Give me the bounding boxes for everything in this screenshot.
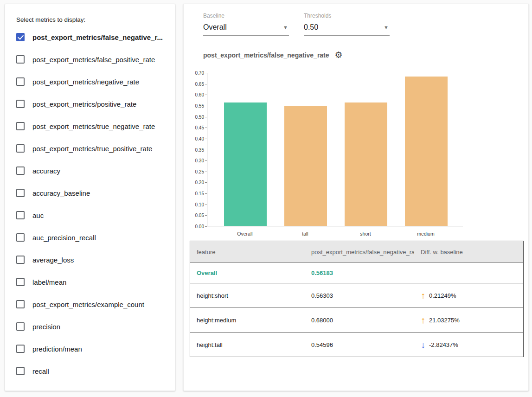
chart-plot bbox=[207, 73, 463, 226]
metric-list-item[interactable]: average_loss bbox=[5, 249, 175, 271]
metric-label: auc_precision_recall bbox=[32, 234, 96, 242]
metric-list-item[interactable]: accuracy_baseline bbox=[5, 182, 175, 204]
checkbox-unchecked-icon[interactable] bbox=[16, 77, 25, 86]
diff-value: 0.21249% bbox=[429, 292, 456, 299]
metrics-table: feature post_export_metrics/false_negati… bbox=[190, 241, 524, 357]
cell-metric-value: 0.54596 bbox=[305, 341, 414, 348]
arrow-down-icon: ↓ bbox=[421, 340, 425, 349]
y-axis-tick-mark bbox=[205, 128, 207, 128]
table-header-row: feature post_export_metrics/false_negati… bbox=[190, 241, 523, 263]
metrics-table-body: Overall0.56183height:short0.56303↑0.2124… bbox=[190, 263, 523, 357]
chevron-down-icon: ▼ bbox=[384, 25, 389, 30]
checkbox-unchecked-icon[interactable] bbox=[16, 322, 25, 331]
bar-medium[interactable] bbox=[405, 77, 448, 226]
metric-label: precision bbox=[32, 323, 60, 331]
metric-label: accuracy_baseline bbox=[32, 189, 90, 197]
metric-list-item[interactable]: post_export_metrics/example_count bbox=[5, 293, 175, 315]
cell-diff: ↓-2.82437% bbox=[414, 340, 524, 349]
checkbox-unchecked-icon[interactable] bbox=[16, 55, 25, 64]
metric-list-item[interactable]: post_export_metrics/true_negative_rate bbox=[5, 115, 175, 137]
checkbox-unchecked-icon[interactable] bbox=[16, 100, 25, 108]
metric-label: post_export_metrics/true_negative_rate bbox=[32, 122, 155, 130]
y-axis-tick-label: 0.55 bbox=[186, 103, 204, 109]
metric-label: auc bbox=[32, 211, 44, 219]
y-axis-tick-mark bbox=[205, 205, 207, 205]
chevron-down-icon: ▼ bbox=[283, 25, 288, 30]
baseline-value: Overall bbox=[203, 23, 227, 32]
metric-list: post_export_metrics/false_negative_r...p… bbox=[5, 26, 175, 382]
metric-list-item[interactable]: recall bbox=[5, 360, 175, 382]
thresholds-label: Thresholds bbox=[304, 13, 390, 22]
checkbox-unchecked-icon[interactable] bbox=[16, 233, 25, 242]
y-axis-tick-mark bbox=[205, 139, 207, 139]
metric-list-item[interactable]: auc_precision_recall bbox=[5, 226, 175, 249]
metric-select-title: Select metrics to display: bbox=[5, 4, 175, 26]
y-axis-tick-label: 0.50 bbox=[186, 115, 204, 120]
arrow-up-icon: ↑ bbox=[421, 291, 425, 300]
table-header-metric: post_export_metrics/false_negative_rat..… bbox=[305, 249, 414, 256]
checkbox-unchecked-icon[interactable] bbox=[16, 166, 25, 175]
y-axis-tick-label: 0.70 bbox=[186, 70, 204, 76]
baseline-select: Baseline Overall ▼ bbox=[203, 13, 289, 36]
bar-tall[interactable] bbox=[284, 106, 327, 226]
metric-list-item[interactable]: post_export_metrics/false_negative_r... bbox=[5, 26, 175, 48]
metric-label: post_export_metrics/true_positive_rate bbox=[32, 145, 152, 153]
gear-icon[interactable]: ⚙ bbox=[335, 51, 343, 59]
table-row[interactable]: height:short0.56303↑0.21249% bbox=[190, 283, 523, 307]
metric-list-item[interactable]: post_export_metrics/positive_rate bbox=[5, 93, 175, 115]
checkbox-unchecked-icon[interactable] bbox=[16, 367, 25, 375]
checkbox-unchecked-icon[interactable] bbox=[16, 278, 25, 286]
x-axis-tick-label: tall bbox=[282, 231, 328, 237]
cell-feature: height:tall bbox=[190, 341, 305, 348]
checkbox-checked-icon[interactable] bbox=[16, 33, 25, 41]
y-axis-tick-label: 0.40 bbox=[186, 136, 204, 141]
metric-label: label/mean bbox=[32, 278, 66, 286]
bar-short[interactable] bbox=[345, 102, 387, 226]
metric-label: post_export_metrics/positive_rate bbox=[32, 100, 136, 108]
checkbox-unchecked-icon[interactable] bbox=[16, 122, 25, 130]
metric-label: post_export_metrics/false_negative_r... bbox=[32, 33, 163, 41]
y-axis-tick-mark bbox=[205, 95, 207, 95]
metric-list-item[interactable]: auc bbox=[5, 204, 175, 226]
checkbox-unchecked-icon[interactable] bbox=[16, 300, 25, 308]
thresholds-dropdown[interactable]: 0.50 ▼ bbox=[304, 22, 390, 36]
table-header-diff: Diff. w. baseline bbox=[414, 249, 524, 256]
checkbox-unchecked-icon[interactable] bbox=[16, 144, 25, 153]
baseline-dropdown[interactable]: Overall ▼ bbox=[203, 22, 289, 36]
metric-list-item[interactable]: label/mean bbox=[5, 271, 175, 293]
y-axis-tick-mark bbox=[205, 106, 207, 106]
metric-label: post_export_metrics/example_count bbox=[32, 301, 144, 308]
x-axis-tick-label: medium bbox=[403, 231, 449, 237]
metric-list-item[interactable]: accuracy bbox=[5, 160, 175, 182]
y-axis-tick-label: 0.35 bbox=[186, 147, 204, 153]
diff-value: -2.82437% bbox=[429, 341, 458, 348]
table-header-feature: feature bbox=[190, 249, 305, 256]
checkbox-unchecked-icon[interactable] bbox=[16, 189, 25, 197]
table-row[interactable]: height:medium0.68000↑21.03275% bbox=[190, 307, 523, 332]
y-axis-tick-label: 0.65 bbox=[186, 82, 204, 87]
metric-list-item[interactable]: precision bbox=[5, 315, 175, 338]
bar-chart: 0.000.050.100.150.200.250.300.350.400.45… bbox=[184, 73, 529, 242]
cell-feature: Overall bbox=[190, 269, 305, 276]
metric-list-item[interactable]: post_export_metrics/false_positive_rate bbox=[5, 48, 175, 70]
cell-diff: ↑21.03275% bbox=[414, 315, 524, 325]
table-row[interactable]: Overall0.56183 bbox=[190, 263, 523, 283]
checkbox-unchecked-icon[interactable] bbox=[16, 211, 25, 219]
x-axis-tick-label: Overall bbox=[222, 231, 268, 237]
metric-list-item[interactable]: prediction/mean bbox=[5, 338, 175, 360]
y-axis-tick-label: 0.05 bbox=[186, 213, 204, 218]
chart-header: post_export_metrics/false_negative_rate … bbox=[203, 51, 343, 59]
y-axis-tick-mark bbox=[205, 182, 207, 183]
y-axis-tick-label: 0.30 bbox=[186, 158, 204, 163]
baseline-label: Baseline bbox=[203, 13, 289, 22]
cell-metric-value: 0.68000 bbox=[305, 317, 414, 324]
metric-list-item[interactable]: post_export_metrics/true_positive_rate bbox=[5, 137, 175, 160]
cell-metric-value: 0.56183 bbox=[305, 269, 414, 276]
checkbox-unchecked-icon[interactable] bbox=[16, 345, 25, 353]
checkbox-unchecked-icon[interactable] bbox=[16, 256, 25, 264]
table-row[interactable]: height:tall0.54596↓-2.82437% bbox=[190, 332, 523, 357]
y-axis-tick-label: 0.20 bbox=[186, 180, 204, 185]
metric-list-item[interactable]: post_export_metrics/negative_rate bbox=[5, 70, 175, 93]
bar-Overall[interactable] bbox=[224, 102, 267, 226]
y-axis-tick-label: 0.60 bbox=[186, 92, 204, 97]
